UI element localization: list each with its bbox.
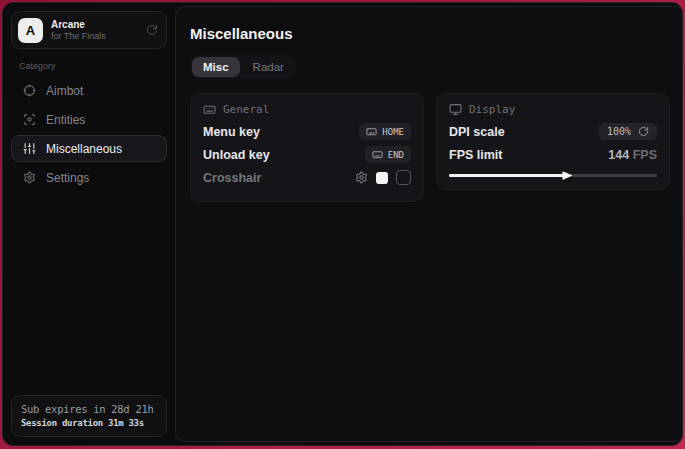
unload-key-row: Unload key END xyxy=(203,143,411,166)
menu-key-row: Menu key HOME xyxy=(203,120,411,143)
sliders-icon xyxy=(23,142,36,155)
slider-thumb[interactable] xyxy=(562,171,572,180)
fps-limit-row: FPS limit 144 FPS xyxy=(449,143,657,166)
sidebar-item-label: Entities xyxy=(46,113,85,127)
app-logo: A xyxy=(18,18,43,43)
subscription-status-card: Sub expires in 28d 21h Session duration … xyxy=(11,395,167,437)
refresh-icon xyxy=(638,126,649,137)
sub-expiry-text: Sub expires in 28d 21h xyxy=(21,403,157,415)
tab-bar: Misc Radar xyxy=(190,55,297,79)
scan-icon xyxy=(23,113,36,126)
sidebar-item-label: Aimbot xyxy=(46,84,83,98)
tab-radar[interactable]: Radar xyxy=(242,57,295,77)
dpi-scale-label: DPI scale xyxy=(449,125,505,139)
sidebar-item-label: Settings xyxy=(46,171,89,185)
unload-key-button[interactable]: END xyxy=(365,146,411,163)
brand-text: Arcane for The Finals xyxy=(51,19,106,42)
app-window: A Arcane for The Finals Category Aimbot … xyxy=(2,2,683,446)
fps-limit-value: 144 FPS xyxy=(608,148,657,162)
keyboard-icon xyxy=(372,149,383,160)
slider-fill xyxy=(449,174,565,177)
fps-limit-slider[interactable] xyxy=(449,174,657,177)
brand-card: A Arcane for The Finals xyxy=(11,11,167,49)
display-card-header: Display xyxy=(449,103,657,116)
tab-misc[interactable]: Misc xyxy=(192,57,240,77)
app-subtitle: for The Finals xyxy=(51,31,106,42)
general-card-header: General xyxy=(203,103,411,116)
display-card: Display DPI scale 100% FPS limit 144 FPS xyxy=(436,93,670,190)
crosshair-controls xyxy=(355,170,411,185)
sidebar-item-miscellaneous[interactable]: Miscellaneous xyxy=(11,135,167,162)
crosshair-label: Crosshair xyxy=(203,171,261,185)
category-label: Category xyxy=(19,61,159,71)
keyboard-icon xyxy=(366,126,377,137)
crosshair-row: Crosshair xyxy=(203,166,411,189)
sidebar-item-settings[interactable]: Settings xyxy=(11,164,167,191)
main-panel: Miscellaneous Misc Radar General Menu ke… xyxy=(175,6,683,442)
color-swatch[interactable] xyxy=(376,172,388,184)
gear-icon xyxy=(23,171,36,184)
gear-icon[interactable] xyxy=(355,171,368,184)
general-card: General Menu key HOME Unload key xyxy=(190,93,424,202)
sidebar-item-entities[interactable]: Entities xyxy=(11,106,167,133)
sync-icon[interactable] xyxy=(146,24,158,36)
crosshair-icon xyxy=(23,84,36,97)
app-name: Arcane xyxy=(51,19,106,31)
cards-row: General Menu key HOME Unload key xyxy=(190,93,670,202)
dpi-scale-select[interactable]: 100% xyxy=(599,123,657,140)
page-title: Miscellaneous xyxy=(190,25,670,42)
sidebar-item-aimbot[interactable]: Aimbot xyxy=(11,77,167,104)
sidebar: A Arcane for The Finals Category Aimbot … xyxy=(3,3,175,445)
crosshair-checkbox[interactable] xyxy=(396,170,411,185)
keyboard-icon xyxy=(203,103,216,116)
session-duration-text: Session duration 31m 33s xyxy=(21,418,157,428)
sidebar-item-label: Miscellaneous xyxy=(46,142,122,156)
menu-key-label: Menu key xyxy=(203,125,260,139)
fps-limit-label: FPS limit xyxy=(449,148,502,162)
unload-key-label: Unload key xyxy=(203,148,270,162)
dpi-scale-row: DPI scale 100% xyxy=(449,120,657,143)
monitor-icon xyxy=(449,103,462,116)
menu-key-button[interactable]: HOME xyxy=(359,123,411,140)
